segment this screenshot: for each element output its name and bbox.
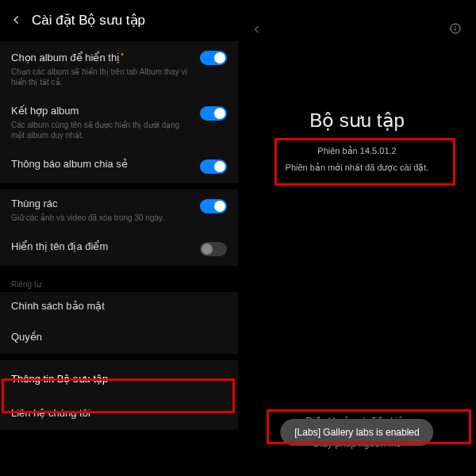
- row-trash[interactable]: Thùng rác Giữ các ảnh và video đã xóa tr…: [0, 190, 238, 232]
- section-privacy: Chính sách bảo mật Quyền: [0, 292, 238, 354]
- row-subtitle: Các album cùng tên sẽ được hiển thị dưới…: [11, 120, 194, 140]
- row-merge-albums[interactable]: Kết hợp album Các album cùng tên sẽ được…: [0, 97, 238, 150]
- row-title: Quyền: [11, 331, 42, 344]
- row-about-gallery[interactable]: Thông tin Bộ sưu tập: [0, 360, 238, 399]
- toggle-trash[interactable]: [200, 199, 227, 213]
- row-title: Thùng rác: [11, 198, 194, 211]
- about-pane: Bộ sưu tập Phiên bản 14.5.01.2 Phiên bản…: [238, 0, 476, 476]
- row-privacy-policy[interactable]: Chính sách bảo mật: [0, 292, 238, 323]
- info-icon[interactable]: [449, 22, 462, 38]
- header-right: [238, 0, 476, 38]
- new-badge-icon: •: [121, 50, 124, 59]
- row-choose-albums[interactable]: Chọn album để hiển thị• Chọn các album s…: [0, 41, 238, 97]
- row-contact-us[interactable]: Liên hệ chúng tôi: [0, 399, 238, 430]
- version-text: Phiên bản 14.5.01.2: [244, 146, 470, 156]
- back-icon[interactable]: [8, 11, 25, 29]
- toggle-show-location[interactable]: [200, 242, 227, 256]
- update-status: Phiên bản mới nhất đã được cài đặt.: [244, 163, 470, 173]
- row-title: Hiển thị tên địa điểm: [11, 240, 194, 254]
- section-about: Thông tin Bộ sưu tập Liên hệ chúng tôi: [0, 360, 238, 430]
- row-title: Chọn album để hiển thị: [11, 52, 120, 63]
- version-box: Phiên bản 14.5.01.2 Phiên bản mới nhất đ…: [238, 143, 476, 176]
- row-permissions[interactable]: Quyền: [0, 323, 238, 354]
- header-left: Cài đặt Bộ sưu tập: [0, 0, 238, 41]
- row-subtitle: Chọn các album sẽ hiển thị trên tab Albu…: [11, 67, 194, 87]
- row-show-location[interactable]: Hiển thị tên địa điểm: [0, 232, 238, 266]
- section-trash: Thùng rác Giữ các ảnh và video đã xóa tr…: [0, 190, 238, 266]
- toggle-merge-albums[interactable]: [200, 106, 227, 121]
- page-title: Cài đặt Bộ sưu tập: [32, 12, 145, 29]
- settings-pane: Cài đặt Bộ sưu tập Chọn album để hiển th…: [0, 0, 238, 476]
- section-albums: Chọn album để hiển thị• Chọn các album s…: [0, 41, 238, 183]
- section-label-privacy: Riêng tư: [0, 272, 238, 292]
- toggle-choose-albums[interactable]: [200, 51, 227, 65]
- row-title: Thông báo album chia sẻ: [11, 158, 194, 171]
- row-subtitle: Giữ các ảnh và video đã xóa trong 30 ngà…: [11, 213, 194, 223]
- row-title: Liên hệ chúng tôi: [11, 407, 90, 420]
- svg-point-2: [455, 26, 456, 27]
- toast-labs-enabled: [Labs] Gallery labs is enabled: [280, 419, 433, 446]
- row-title: Thông tin Bộ sưu tập: [11, 373, 108, 386]
- back-icon[interactable]: [252, 23, 262, 37]
- row-shared-notif[interactable]: Thông báo album chia sẻ: [0, 150, 238, 183]
- row-title: Kết hợp album: [11, 105, 194, 118]
- app-title: Bộ sưu tập: [238, 109, 476, 132]
- row-title: Chính sách bảo mật: [11, 300, 105, 313]
- toggle-shared-notif[interactable]: [200, 159, 227, 174]
